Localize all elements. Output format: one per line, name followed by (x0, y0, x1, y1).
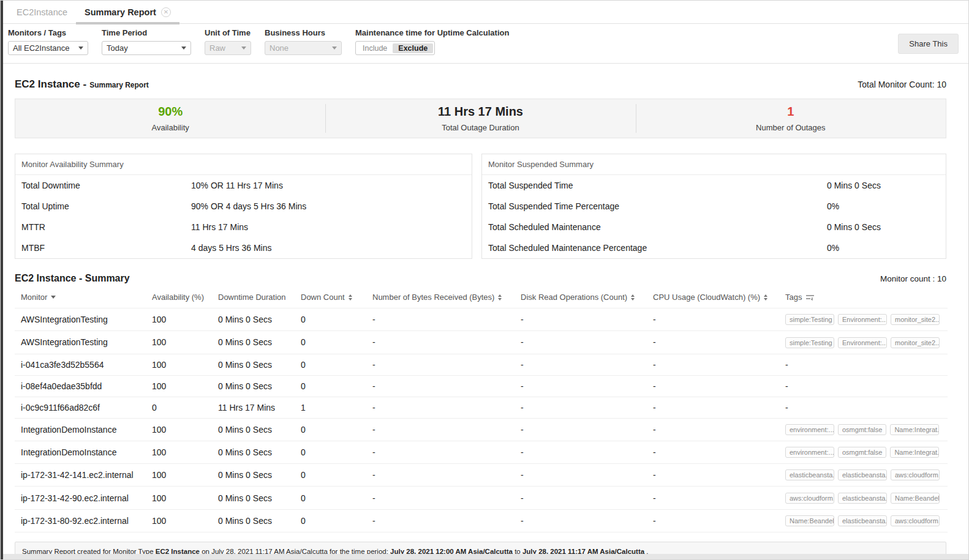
outage-count-value: 1 (787, 105, 794, 119)
column-header-cpu-usage[interactable]: CPU Usage (CloudWatch) (%) (653, 286, 785, 308)
cpu-usage-cell: - (653, 441, 785, 463)
tag-chip[interactable]: Name:Beandel... (785, 515, 834, 526)
close-icon[interactable]: ✕ (161, 7, 171, 17)
caret-down-icon (51, 296, 56, 299)
down-count-cell: 0 (301, 441, 372, 463)
summary-row: MTTR 11 Hrs 17 Mins (15, 217, 472, 237)
sort-icon[interactable] (764, 294, 767, 301)
disk-read-cell: - (521, 397, 653, 418)
availability-cell: 100 (152, 375, 218, 397)
monitor-name[interactable]: i-08ef4a0edae35bfdd (15, 375, 152, 397)
tag-chip[interactable]: Name:Integrat... (890, 447, 939, 458)
share-this-button[interactable]: Share This (898, 34, 959, 54)
availability-label: Availability (152, 123, 189, 132)
monitors-tags-label: Monitors / Tags (8, 28, 88, 37)
monitor-name[interactable]: ip-172-31-42-90.ec2.internal (15, 487, 152, 509)
column-header-downtime-duration[interactable]: Downtime Duration (218, 286, 301, 308)
time-period-select[interactable]: Today (102, 41, 191, 55)
tag-chip[interactable]: osmgmt:false (838, 447, 886, 458)
time-period-label: Time Period (102, 28, 191, 37)
bytes-received-cell: - (372, 487, 521, 509)
exclude-button[interactable]: Exclude (393, 43, 433, 53)
outage-duration-label: Total Outage Duration (442, 123, 519, 132)
column-label: Tags (785, 293, 802, 302)
tag-chip[interactable]: monitor_site2... (891, 337, 940, 348)
monitor-name[interactable]: AWSIntegrationTesting (15, 308, 152, 331)
tag-chip[interactable]: aws:cloudform... (785, 493, 834, 504)
tags-cell: elasticbeansta...elasticbeansta...aws:cl… (785, 464, 948, 487)
unit-of-time-label: Unit of Time (205, 28, 251, 37)
page-title: EC2 Instance - (15, 78, 86, 91)
monitors-tags-group: Monitors / Tags All EC2Instance (8, 28, 88, 55)
row-value: 0 Mins 0 Secs (827, 222, 881, 232)
suspended-summary-box: Monitor Suspended Summary Total Suspende… (481, 154, 946, 259)
sort-icon[interactable] (631, 294, 635, 301)
row-label: Total Suspended Time Percentage (482, 201, 827, 211)
business-hours-value: None (270, 43, 288, 53)
monitor-name[interactable]: ip-172-31-42-141.ec2.internal (15, 464, 152, 487)
availability-cell: 100 (152, 441, 218, 463)
column-header-monitor[interactable]: Monitor (15, 286, 152, 308)
tag-chip[interactable]: Environment:... (838, 314, 887, 325)
tab-summary-report[interactable]: Summary Report ✕ (76, 1, 179, 23)
monitor-name[interactable]: ip-172-31-80-92.ec2.internal (15, 509, 152, 532)
monitors-tags-select[interactable]: All EC2Instance (8, 41, 88, 55)
row-value: 11 Hrs 17 Mins (191, 222, 248, 232)
row-value: 90% OR 4 days 5 Hrs 36 Mins (191, 201, 306, 211)
tag-chip[interactable]: monitor_site2... (891, 314, 940, 325)
monitors-tags-value: All EC2Instance (13, 43, 70, 53)
table-row: IntegrationDemoInstance1000 Mins 0 Secs0… (15, 418, 948, 441)
stats-summary-box: 90% Availability 11 Hrs 17 Mins Total Ou… (15, 99, 946, 138)
monitor-name[interactable]: IntegrationDemoInstance (15, 418, 152, 441)
tag-chip[interactable]: aws:cloudform... (891, 469, 940, 480)
tag-chip[interactable]: simple:Testing (785, 314, 834, 325)
monitor-name[interactable]: IntegrationDemoInstance (15, 441, 152, 463)
tag-chip[interactable]: elasticbeansta... (838, 493, 887, 504)
tag-chip[interactable]: osmgmt:false (838, 424, 886, 435)
column-header-tags[interactable]: Tags (785, 286, 948, 308)
tag-chip[interactable]: environment:... (785, 447, 834, 458)
monitor-name[interactable]: AWSIntegrationTesting (15, 331, 152, 354)
tag-chip[interactable]: elasticbeansta... (838, 469, 887, 480)
column-header-down-count[interactable]: Down Count (301, 286, 372, 308)
tag-chip[interactable]: simple:Testing (785, 337, 834, 348)
cpu-usage-cell: - (653, 397, 785, 418)
include-button[interactable]: Include (357, 43, 393, 53)
monitor-name[interactable]: i-041ca3fe3d52b5564 (15, 354, 152, 375)
tag-chip[interactable]: Name:Integrat... (890, 424, 939, 435)
tag-chip[interactable]: aws:cloudform... (891, 515, 940, 526)
tags-cell: - (785, 375, 948, 397)
tags-cell: - (785, 354, 948, 375)
summary-row: Total Uptime 90% OR 4 days 5 Hrs 36 Mins (15, 196, 472, 217)
time-period-value: Today (107, 43, 128, 53)
tab-ec2instance[interactable]: EC2Instance (8, 1, 76, 23)
maintenance-toggle: Include Exclude (355, 41, 435, 55)
sort-icon[interactable] (498, 294, 502, 301)
column-label: Disk Read Operations (Count) (521, 293, 627, 302)
tag-chip[interactable]: elasticbeansta... (785, 469, 834, 480)
column-label: Downtime Duration (218, 293, 286, 302)
column-header-bytes-received[interactable]: Number of Bytes Received (Bytes) (372, 286, 521, 308)
sort-icon[interactable] (349, 294, 352, 301)
downtime-duration-cell: 0 Mins 0 Secs (218, 308, 301, 331)
horizontal-scrollbar[interactable] (3, 554, 968, 559)
downtime-duration-cell: 0 Mins 0 Secs (218, 418, 301, 441)
row-value: 10% OR 11 Hrs 17 Mins (191, 181, 283, 190)
cpu-usage-cell: - (653, 464, 785, 487)
down-count-cell: 0 (301, 375, 372, 397)
row-value: 0 Mins 0 Secs (827, 181, 881, 190)
monitor-name[interactable]: i-0c9c911f66ad82c6f (15, 397, 152, 418)
column-header-availability[interactable]: Availability (%) (152, 286, 218, 308)
tag-chip[interactable]: elasticbeansta... (838, 515, 887, 526)
tag-chip[interactable]: Name:Beandel... (891, 493, 940, 504)
column-header-disk-read[interactable]: Disk Read Operations (Count) (521, 286, 653, 308)
availability-cell: 100 (152, 509, 218, 532)
summary-row: Total Scheduled Maintenance Percentage 0… (482, 237, 946, 258)
report-content: EC2 Instance - Summary Report Total Moni… (1, 78, 968, 560)
stat-outage-duration: 11 Hrs 17 Mins Total Outage Duration (325, 99, 635, 138)
tag-chip[interactable]: environment:... (785, 424, 834, 435)
summary-table-title: EC2 Instance - Summary (15, 273, 130, 284)
tag-chip[interactable]: Environment:... (838, 337, 887, 348)
chevron-down-icon (78, 47, 83, 50)
summary-table-header-row: EC2 Instance - Summary Monitor count : 1… (15, 273, 946, 284)
